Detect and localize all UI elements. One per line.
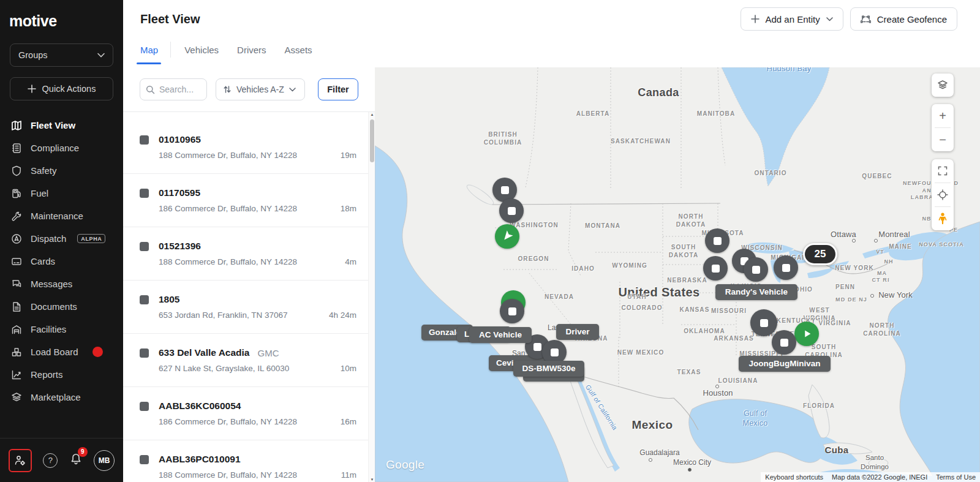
sidebar-item-dispatch[interactable]: Dispatch ALPHA [0, 227, 123, 250]
list-scrollbar[interactable]: ▲ ▼ [368, 112, 375, 482]
create-geofence-button[interactable]: Create Geofence [850, 7, 957, 31]
zoom-out-button[interactable]: − [932, 128, 954, 151]
notifications-button[interactable]: 9 [69, 453, 83, 469]
tab-map[interactable]: Map [140, 45, 158, 55]
new-york-dot [870, 294, 874, 298]
sidebar-item-label: Documents [31, 301, 77, 312]
vehicle-address: 627 N Lake St, Grayslake, IL 60030 [159, 364, 289, 373]
sidebar-item-documents[interactable]: Documents [0, 295, 123, 318]
play-arrow-icon [800, 327, 813, 341]
map-label-alberta: ALBERTA [576, 110, 610, 118]
vehicle-list-item[interactable]: 1805 653 Jordan Rd, Franklin, TN 37067 4… [123, 281, 375, 334]
vehicle-marker-stopped[interactable] [499, 198, 524, 223]
vehicle-address: 188 Commerce Dr, Buffalo, NY 14228 [159, 151, 297, 160]
layers-button[interactable] [932, 73, 954, 97]
vehicle-marker-stopped[interactable] [772, 330, 796, 355]
filter-button[interactable]: Filter [318, 78, 358, 100]
sidebar-item-reports[interactable]: Reports [0, 363, 123, 386]
sidebar-item-maintenance[interactable]: Maintenance [0, 205, 123, 227]
keyboard-shortcuts-link[interactable]: Keyboard shortcuts [761, 472, 827, 482]
warehouse-icon [10, 324, 22, 335]
sidebar-item-fuel[interactable]: Fuel [0, 182, 123, 205]
sort-dropdown[interactable]: Vehicles A-Z [216, 78, 305, 100]
vehicle-list-item[interactable]: AABL36PC010091 188 Commerce Dr, Buffalo,… [123, 440, 375, 482]
add-entity-button[interactable]: Add an Entity [741, 7, 843, 31]
tab-assets[interactable]: Assets [285, 45, 312, 55]
vehicle-marker-stopped[interactable] [703, 256, 728, 281]
search-icon [146, 85, 155, 94]
sidebar-item-load-board[interactable]: Load Board [0, 341, 123, 363]
map-label-canada: Canada [638, 86, 679, 100]
layers-stack-icon [10, 392, 22, 403]
vehicle-list-item[interactable]: 01170595 186 Commerce Dr, Buffalo, NY 14… [123, 174, 375, 227]
tab-vehicles[interactable]: Vehicles [184, 45, 219, 55]
chart-icon [10, 369, 22, 380]
stopped-square-icon [782, 264, 790, 272]
sidebar-item-cards[interactable]: Cards [0, 250, 123, 273]
vehicle-tooltip-ac-vehicle[interactable]: AC Vehicle [469, 327, 532, 343]
map-label-ontario: ONTARIO [754, 169, 786, 177]
tab-drivers[interactable]: Drivers [237, 45, 266, 55]
document-icon [10, 301, 22, 312]
vehicle-list-panel: Vehicles A-Z Filter 01010965 188 Commerc… [123, 67, 375, 482]
zoom-in-button[interactable]: + [932, 104, 954, 127]
map-label-new-york-city: New York [878, 290, 913, 301]
vehicle-marker-stopped[interactable] [750, 309, 777, 336]
groups-dropdown[interactable]: Groups [10, 43, 113, 67]
vehicle-marker-stopped[interactable] [500, 299, 524, 323]
vehicle-tooltip-joongbug-minivan[interactable]: JoongBugMinivan [739, 356, 831, 372]
locate-button[interactable] [932, 183, 954, 206]
vehicle-cluster[interactable]: 25 [803, 243, 837, 265]
sidebar-item-compliance[interactable]: Compliance [0, 137, 123, 159]
vehicle-list-item[interactable]: 633 Del Valle Acadia GMC 627 N Lake St, … [123, 334, 375, 387]
map-canvas[interactable]: Canada United States Mexico Cuba BRITISH… [375, 67, 980, 482]
search-box[interactable] [140, 78, 207, 100]
vehicle-marker-stopped[interactable] [705, 228, 729, 253]
vehicle-marker-stopped[interactable] [744, 257, 768, 282]
montreal-dot [874, 239, 878, 243]
vehicle-name: 01521396 [159, 241, 201, 252]
sidebar-item-label: Fuel [31, 188, 48, 198]
map-label-gulf-of-mexico: Gulf of Mexico [737, 409, 773, 429]
clipboard-icon [10, 143, 22, 154]
scrollbar-thumb[interactable] [370, 119, 374, 162]
card-icon [10, 256, 22, 267]
vehicle-marker-moving[interactable] [495, 224, 519, 249]
sidebar-item-label: Dispatch [31, 233, 66, 244]
vehicle-list-item[interactable]: AABL36KC060054 186 Commerce Dr, Buffalo,… [123, 387, 375, 440]
search-input[interactable] [159, 85, 198, 94]
map-label-cuba: Cuba [824, 444, 848, 456]
terms-of-use-link[interactable]: Terms of Use [932, 472, 980, 482]
vehicle-name: 1805 [159, 294, 179, 305]
scroll-down-arrow[interactable]: ▼ [369, 478, 375, 481]
avatar[interactable]: MB [94, 450, 115, 471]
vehicle-tooltip-randys-vehicle[interactable]: Randy's Vehicle [715, 284, 797, 300]
houston-dot [715, 385, 719, 388]
vehicle-marker-moving[interactable] [794, 322, 819, 346]
sidebar-item-label: Safety [31, 165, 57, 176]
wrench-icon [10, 211, 22, 222]
sidebar-item-safety[interactable]: Safety [0, 159, 123, 182]
vehicle-tooltip-driver[interactable]: Driver [556, 324, 599, 340]
vehicle-list-item[interactable]: 01521396 188 Commerce Dr, Buffalo, NY 14… [123, 227, 375, 281]
scroll-up-arrow[interactable]: ▲ [369, 113, 375, 116]
map-label-british-columbia: BRITISH COLUMBIA [481, 130, 524, 146]
sidebar-item-messages[interactable]: Messages [0, 273, 123, 295]
vehicle-marker-stopped[interactable] [774, 255, 798, 280]
vehicle-list-item[interactable]: 01010965 188 Commerce Dr, Buffalo, NY 14… [123, 121, 375, 174]
sidebar-item-facilities[interactable]: Facilities [0, 318, 123, 341]
street-view-button[interactable] [932, 207, 954, 230]
dispatch-pin-icon [10, 233, 22, 244]
help-button[interactable]: ? [43, 453, 58, 468]
sidebar-item-fleet-view[interactable]: Fleet View [0, 114, 123, 137]
sidebar-item-marketplace[interactable]: Marketplace [0, 386, 123, 409]
admin-button[interactable] [9, 449, 32, 472]
sidebar-item-label: Maintenance [31, 211, 83, 221]
boxes-icon [10, 347, 22, 358]
sidebar-item-label: Load Board [31, 347, 78, 357]
quick-actions-button[interactable]: Quick Actions [10, 77, 113, 100]
pegman-icon [938, 213, 947, 225]
vehicle-tooltip-ds-bmw530e[interactable]: DS-BMW530e [513, 361, 584, 377]
map-label-montreal: Montreal [878, 230, 910, 240]
fullscreen-button[interactable] [932, 159, 954, 183]
